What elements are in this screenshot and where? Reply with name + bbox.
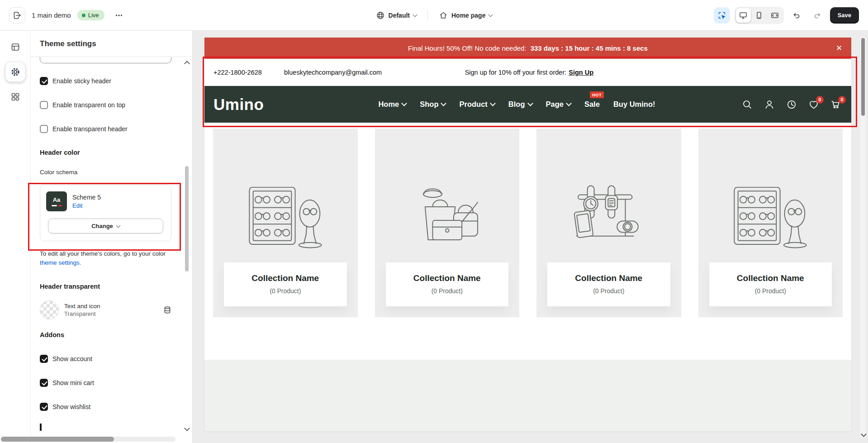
partially-visible-checkbox[interactable] <box>40 424 171 431</box>
checkbox-enable-transparent-on-top[interactable]: Enable transparent on top <box>40 101 171 109</box>
checkbox-enable-transparent-header[interactable]: Enable transparent header <box>40 125 171 133</box>
nav-item-buy-umino[interactable]: Buy Umino! <box>613 100 655 109</box>
preview-canvas: Final Hours! 50% Off! No code needed: 33… <box>193 31 868 443</box>
scroll-up-arrow[interactable] <box>184 61 190 67</box>
store-nav: Home Shop Product Blog Page HOTSale Buy … <box>378 100 655 109</box>
desktop-preview-button[interactable] <box>736 8 751 23</box>
checkbox[interactable] <box>40 77 48 85</box>
redo-button[interactable] <box>809 7 825 24</box>
rail-sections-button[interactable] <box>5 37 25 57</box>
save-button[interactable]: Save <box>830 7 859 24</box>
transparent-row-label: Text and icon <box>64 303 100 310</box>
horizontal-scrollbar-thumb[interactable] <box>1 437 114 442</box>
device-preview-toggle <box>735 7 784 24</box>
fullscreen-preview-button[interactable] <box>768 8 783 23</box>
search-icon[interactable] <box>742 99 753 110</box>
scheme-swatch[interactable]: Aa <box>46 191 67 211</box>
horizontal-scrollbar[interactable] <box>1 437 175 442</box>
panel-body: Enable sticky header Enable transparent … <box>31 57 192 443</box>
checkbox-show-mini-cart[interactable]: Show mini cart <box>40 379 171 387</box>
exit-icon <box>13 11 22 20</box>
scheme-edit-link[interactable]: Edit <box>72 202 101 209</box>
collection-card[interactable]: Collection Name (0 Product) <box>375 129 520 317</box>
transparent-color-row: Text and icon Transparent <box>40 300 171 319</box>
cart-count-badge: 0 <box>838 96 846 104</box>
gear-icon <box>10 67 20 77</box>
countdown-timer: 333 days : 15 hour : 45 mins : 8 secs <box>531 44 648 52</box>
preview-scrollbar-thumb[interactable] <box>861 38 865 116</box>
checkbox-show-wishlist[interactable]: Show wishlist <box>40 403 171 411</box>
connected-setting-icon[interactable] <box>163 306 171 314</box>
undo-button[interactable] <box>788 7 805 24</box>
checkbox-show-account[interactable]: Show account <box>40 355 171 363</box>
collection-count: (0 Product) <box>547 287 670 295</box>
checkbox[interactable] <box>40 403 48 411</box>
scrolled-select-partial[interactable] <box>40 57 171 63</box>
checkbox[interactable] <box>40 355 48 363</box>
color-schema-label: Color schema <box>40 169 171 176</box>
scroll-down-arrow[interactable] <box>184 425 190 431</box>
scheme-row: Aa Scheme 5 Edit <box>46 191 165 211</box>
transparent-swatch[interactable] <box>40 300 59 319</box>
checkbox[interactable] <box>40 101 48 109</box>
editor-topbar: 1 main demo Live Default <box>0 0 868 31</box>
more-options-button[interactable] <box>111 7 127 24</box>
panel-title: Theme settings <box>31 31 192 57</box>
checkbox[interactable] <box>40 125 48 133</box>
collection-card[interactable]: Collection Name (0 Product) <box>536 129 681 317</box>
transparent-row-value: Transparent <box>64 310 100 317</box>
nav-item-blog[interactable]: Blog <box>508 100 532 109</box>
collection-count: (0 Product) <box>386 287 509 295</box>
collection-info[interactable]: Collection Name (0 Product) <box>547 262 670 306</box>
phone-link[interactable]: +222-1800-2628 <box>213 69 262 76</box>
collection-card[interactable]: Collection Name (0 Product) <box>698 129 843 317</box>
collection-info[interactable]: Collection Name (0 Product) <box>386 262 509 306</box>
nav-item-shop[interactable]: Shop <box>420 100 446 109</box>
nav-item-sale[interactable]: HOTSale <box>584 100 600 109</box>
recently-viewed-icon[interactable] <box>786 99 797 110</box>
announcement-text: Final Hours! 50% Off! No code needed: <box>408 44 526 52</box>
chevron-down-icon <box>116 223 120 228</box>
collection-info[interactable]: Collection Name (0 Product) <box>709 262 832 306</box>
page-selector[interactable]: Home page <box>436 10 495 20</box>
nav-item-home[interactable]: Home <box>378 100 406 109</box>
rail-app-embeds-button[interactable] <box>5 87 25 107</box>
editor-rail <box>0 31 31 443</box>
collection-illustration-watches <box>564 174 654 262</box>
checkbox[interactable] <box>40 379 48 387</box>
scroll-down-arrow[interactable] <box>861 431 867 437</box>
collection-name: Collection Name <box>386 273 509 283</box>
rail-theme-settings-button[interactable] <box>5 62 25 82</box>
collection-illustration-glasses <box>240 174 331 262</box>
scheme-change-button[interactable]: Change <box>48 219 163 233</box>
nav-item-product[interactable]: Product <box>459 100 494 109</box>
nav-item-page[interactable]: Page <box>546 100 571 109</box>
announcement-bar: Final Hours! 50% Off! No code needed: 33… <box>204 38 851 59</box>
theme-settings-link[interactable]: theme settings. <box>40 259 81 266</box>
wishlist-count-badge: 0 <box>816 96 824 104</box>
cart-icon[interactable]: 0 <box>830 99 841 110</box>
collection-count: (0 Product) <box>709 287 832 295</box>
store-logo[interactable]: Umino <box>213 95 264 114</box>
chevron-down-icon <box>527 100 533 106</box>
inspector-button[interactable] <box>714 7 730 24</box>
mobile-preview-button[interactable] <box>752 8 767 23</box>
live-dot-icon <box>82 14 85 17</box>
language-selector[interactable]: Default <box>373 10 419 20</box>
shopify-theme-editor: 1 main demo Live Default <box>0 0 868 443</box>
panel-scrollbar[interactable] <box>184 61 190 431</box>
email-link[interactable]: blueskytechcompany@gmail.com <box>284 69 382 76</box>
collection-card[interactable]: Collection Name (0 Product) <box>213 129 358 317</box>
chevron-down-icon <box>441 100 447 106</box>
account-icon[interactable] <box>764 99 775 110</box>
collection-info[interactable]: Collection Name (0 Product) <box>224 262 347 306</box>
panel-scrollbar-thumb[interactable] <box>185 166 189 272</box>
desktop-icon <box>739 11 748 20</box>
wishlist-icon[interactable]: 0 <box>808 99 819 110</box>
exit-editor-button[interactable] <box>9 7 25 24</box>
preview-scrollbar[interactable] <box>860 37 866 438</box>
close-icon[interactable] <box>833 43 845 54</box>
checkbox-enable-sticky-header[interactable]: Enable sticky header <box>40 77 171 85</box>
collection-name: Collection Name <box>547 273 670 283</box>
signup-link[interactable]: Sign Up <box>569 69 593 76</box>
